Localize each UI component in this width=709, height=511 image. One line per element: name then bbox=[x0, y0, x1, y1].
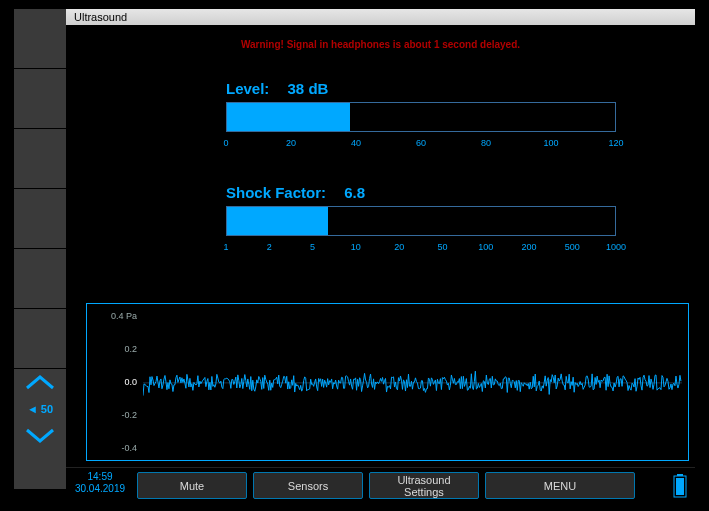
wave-ytick: 0.4 Pa bbox=[111, 311, 137, 321]
date-text: 30.04.2019 bbox=[66, 483, 134, 495]
mute-label: Mute bbox=[180, 480, 204, 492]
shock-ticks: 1251020501002005001000 bbox=[226, 238, 616, 252]
battery-icon bbox=[669, 468, 691, 503]
shock-bar-track bbox=[226, 206, 616, 236]
tick-label: 200 bbox=[522, 242, 537, 252]
tick-label: 40 bbox=[351, 138, 361, 148]
tick-label: 100 bbox=[543, 138, 558, 148]
tick-label: 1 bbox=[223, 242, 228, 252]
tick-label: 50 bbox=[437, 242, 447, 252]
tick-label: 2 bbox=[267, 242, 272, 252]
warning-text: Warning! Signal in headphones is about 1… bbox=[66, 25, 695, 50]
title-bar: Ultrasound bbox=[66, 9, 695, 25]
tick-label: 60 bbox=[416, 138, 426, 148]
tick-label: 1000 bbox=[606, 242, 626, 252]
tick-label: 120 bbox=[608, 138, 623, 148]
menu-label: MENU bbox=[544, 480, 576, 492]
datetime-display: 14:59 30.04.2019 bbox=[66, 468, 134, 503]
tick-label: 80 bbox=[481, 138, 491, 148]
shock-bar-fill bbox=[227, 207, 328, 235]
waveform bbox=[143, 310, 682, 456]
settings-label: Ultrasound Settings bbox=[397, 474, 450, 498]
tick-label: 100 bbox=[478, 242, 493, 252]
tick-label: 5 bbox=[310, 242, 315, 252]
side-slot-3[interactable] bbox=[14, 189, 66, 249]
wave-ytick: 0.2 bbox=[124, 344, 137, 354]
side-slot-4[interactable] bbox=[14, 249, 66, 309]
wave-ytick: 0.0 bbox=[124, 377, 137, 387]
tick-label: 20 bbox=[394, 242, 404, 252]
main-area: Warning! Signal in headphones is about 1… bbox=[66, 25, 695, 465]
side-slot-5[interactable] bbox=[14, 309, 66, 369]
level-label: Level: bbox=[226, 80, 269, 97]
wave-ytick: -0.2 bbox=[121, 410, 137, 420]
side-slot-1[interactable] bbox=[14, 69, 66, 129]
level-meter: Level: 38 dB 020406080100120 bbox=[226, 102, 616, 148]
tick-label: 500 bbox=[565, 242, 580, 252]
bottom-bar: 14:59 30.04.2019 Mute Sensors Ultrasound… bbox=[66, 467, 695, 503]
level-ticks: 020406080100120 bbox=[226, 134, 616, 148]
shock-label: Shock Factor: bbox=[226, 184, 326, 201]
svg-rect-3 bbox=[676, 478, 684, 495]
up-arrow-button[interactable] bbox=[24, 373, 56, 393]
menu-button[interactable]: MENU bbox=[485, 472, 635, 499]
side-slot-2[interactable] bbox=[14, 129, 66, 189]
level-bar-fill bbox=[227, 103, 350, 131]
tick-label: 0 bbox=[223, 138, 228, 148]
ultrasound-settings-button[interactable]: Ultrasound Settings bbox=[369, 472, 479, 499]
sidebar: ◄ 50 bbox=[14, 9, 66, 489]
time-text: 14:59 bbox=[66, 471, 134, 483]
waveform-panel: 0.4 Pa0.20.0-0.2-0.4 bbox=[86, 303, 689, 461]
level-bar-track bbox=[226, 102, 616, 132]
tick-label: 20 bbox=[286, 138, 296, 148]
wave-ytick: -0.4 bbox=[121, 443, 137, 453]
mute-button[interactable]: Mute bbox=[137, 472, 247, 499]
side-slot-0[interactable] bbox=[14, 9, 66, 69]
wave-y-axis: 0.4 Pa0.20.0-0.2-0.4 bbox=[87, 304, 143, 460]
tick-label: 10 bbox=[351, 242, 361, 252]
sensors-button[interactable]: Sensors bbox=[253, 472, 363, 499]
shock-meter: Shock Factor: 6.8 1251020501002005001000 bbox=[226, 206, 616, 252]
sensors-label: Sensors bbox=[288, 480, 328, 492]
app-title: Ultrasound bbox=[74, 11, 127, 23]
shock-value: 6.8 bbox=[344, 184, 365, 201]
side-value-display: ◄ 50 bbox=[14, 397, 66, 421]
down-arrow-button[interactable] bbox=[24, 425, 56, 445]
level-value: 38 dB bbox=[288, 80, 329, 97]
